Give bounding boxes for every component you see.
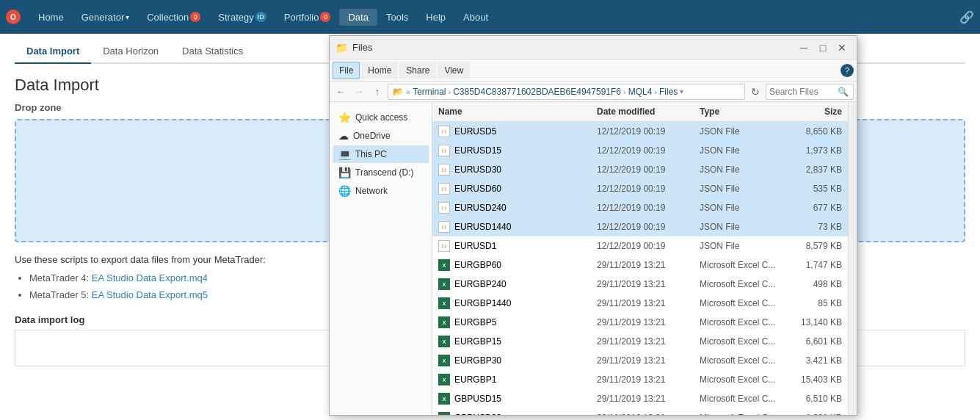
table-row[interactable]: X GBPUSD30 29/11/2019 13:21 Microsoft Ex…	[432, 408, 848, 415]
table-row[interactable]: { } EURUSD1440 12/12/2019 00:19 JSON Fil…	[432, 217, 848, 236]
help-circle[interactable]: ?	[841, 64, 854, 77]
minimize-button[interactable]: ─	[795, 39, 813, 57]
search-box: 🔍	[766, 84, 854, 100]
script-mt4-link[interactable]: EA Studio Data Export.mq4	[92, 272, 208, 283]
table-row[interactable]: X EURGBP30 29/11/2019 13:21 Microsoft Ex…	[432, 351, 848, 370]
file-name-cell: X EURGBP60	[432, 257, 591, 273]
file-size-cell: 1,201 KB	[789, 410, 848, 415]
breadcrumb-mql4[interactable]: MQL4	[628, 87, 653, 97]
file-type-cell: Microsoft Excel C...	[694, 410, 789, 415]
breadcrumb-arrow[interactable]: ▾	[680, 87, 683, 95]
json-icon: { }	[438, 202, 450, 214]
tab-data-statistics[interactable]: Data Statistics	[170, 40, 255, 64]
nav-collection[interactable]: Collection 0	[138, 9, 209, 26]
nav-data[interactable]: Data	[339, 9, 377, 26]
table-row[interactable]: X EURGBP5 29/11/2019 13:21 Microsoft Exc…	[432, 313, 848, 332]
tab-data-import[interactable]: Data Import	[15, 40, 91, 64]
toolbar-home-btn[interactable]: Home	[361, 62, 398, 79]
script-mt5-link[interactable]: EA Studio Data Export.mq5	[92, 289, 208, 300]
toolbar-file-btn[interactable]: File	[333, 62, 360, 79]
xlsx-icon: X	[438, 393, 450, 405]
col-header-date[interactable]: Date modified	[591, 104, 694, 120]
file-name: EURUSD15	[454, 145, 501, 156]
table-row[interactable]: { } EURUSD15 12/12/2019 00:19 JSON File …	[432, 141, 848, 160]
maximize-button[interactable]: □	[814, 39, 832, 57]
file-type-cell: Microsoft Excel C...	[694, 353, 789, 368]
title-bar-buttons: ─ □ ✕	[795, 39, 851, 57]
toolbar-share-btn[interactable]: Share	[399, 62, 436, 79]
scrollbar-track[interactable]	[848, 102, 857, 415]
nav-network[interactable]: 🌐 Network	[333, 182, 429, 200]
tab-data-horizon[interactable]: Data Horizon	[91, 40, 170, 64]
drive-icon: 💾	[338, 167, 351, 178]
file-type-cell: JSON File	[694, 200, 789, 215]
table-row[interactable]: X EURGBP240 29/11/2019 13:21 Microsoft E…	[432, 275, 848, 294]
file-name: EURUSD30	[454, 164, 501, 175]
table-row[interactable]: { } EURUSD1 12/12/2019 00:19 JSON File 8…	[432, 236, 848, 256]
back-button[interactable]: ←	[333, 84, 349, 100]
close-button[interactable]: ✕	[833, 39, 851, 57]
nav-quick-access[interactable]: ⭐ Quick access	[333, 109, 429, 126]
table-row[interactable]: X EURGBP1 29/11/2019 13:21 Microsoft Exc…	[432, 370, 848, 389]
file-date-cell: 29/11/2019 13:21	[591, 315, 694, 330]
file-type-cell: Microsoft Excel C...	[694, 296, 789, 311]
refresh-button[interactable]: ↻	[747, 84, 763, 100]
nav-share-icon[interactable]: 🔗	[959, 10, 974, 24]
nav-this-pc[interactable]: 💻 This PC	[333, 145, 429, 163]
file-size-cell: 1,747 KB	[789, 258, 848, 272]
xlsx-icon: X	[438, 316, 450, 328]
table-row[interactable]: { } EURUSD5 12/12/2019 00:19 JSON File 8…	[432, 122, 848, 141]
file-date-cell: 29/11/2019 13:21	[591, 372, 694, 387]
breadcrumb-hash[interactable]: C385D4C838771602BDAEB6E4947591F6	[453, 87, 621, 97]
table-row[interactable]: { } EURUSD30 12/12/2019 00:19 JSON File …	[432, 160, 848, 179]
nav-strategy[interactable]: Strategy ID	[209, 9, 275, 26]
help-icon[interactable]: ?	[841, 64, 854, 77]
table-row[interactable]: { } EURUSD240 12/12/2019 00:19 JSON File…	[432, 198, 848, 217]
explorer-folder-icon: 📁	[335, 42, 348, 54]
nav-portfolio[interactable]: Portfolio 0	[275, 9, 340, 26]
table-row[interactable]: X GBPUSD15 29/11/2019 13:21 Microsoft Ex…	[432, 389, 848, 408]
nav-about[interactable]: About	[454, 9, 497, 26]
json-icon: { }	[438, 164, 450, 175]
explorer-title-text: Files	[352, 42, 795, 53]
nav-transcend[interactable]: 💾 Transcend (D:)	[333, 164, 429, 181]
nav-onedrive[interactable]: ☁ OneDrive	[333, 127, 429, 145]
col-header-type[interactable]: Type	[694, 104, 789, 120]
col-header-size[interactable]: Size	[789, 104, 848, 120]
forward-button[interactable]: →	[351, 84, 367, 100]
file-size-cell: 3,421 KB	[789, 353, 848, 368]
file-name: EURGBP1440	[454, 298, 511, 308]
file-list-header: Name Date modified Type Size	[432, 102, 848, 122]
address-bar: ← → ↑ 📂 « Terminal › C385D4C838771602BDA…	[330, 82, 857, 102]
up-button[interactable]: ↑	[369, 84, 385, 100]
nav-tools[interactable]: Tools	[377, 9, 417, 26]
file-size-cell: 2,837 KB	[789, 162, 848, 177]
table-row[interactable]: { } EURUSD60 12/12/2019 00:19 JSON File …	[432, 179, 848, 198]
file-name-cell: { } EURUSD5	[432, 123, 591, 140]
xlsx-icon: X	[438, 259, 450, 271]
table-row[interactable]: X EURGBP1440 29/11/2019 13:21 Microsoft …	[432, 294, 848, 313]
file-name: EURUSD240	[454, 203, 507, 213]
col-header-name[interactable]: Name	[432, 104, 591, 120]
app-logo: O	[6, 10, 21, 24]
file-name-cell: X EURGBP240	[432, 276, 591, 292]
nav-home[interactable]: Home	[29, 9, 73, 26]
file-size-cell: 498 KB	[789, 277, 848, 292]
file-type-cell: JSON File	[694, 124, 789, 139]
search-input[interactable]	[769, 87, 835, 97]
nav-generator[interactable]: Generator ▾	[73, 9, 139, 26]
cloud-icon: ☁	[338, 130, 349, 142]
toolbar-view-btn[interactable]: View	[438, 62, 470, 79]
breadcrumb-terminal[interactable]: Terminal	[413, 87, 446, 97]
table-row[interactable]: X EURGBP15 29/11/2019 13:21 Microsoft Ex…	[432, 332, 848, 351]
file-type-cell: JSON File	[694, 162, 789, 177]
table-row[interactable]: X EURGBP60 29/11/2019 13:21 Microsoft Ex…	[432, 256, 848, 275]
file-date-cell: 29/11/2019 13:21	[591, 410, 694, 415]
file-date-cell: 29/11/2019 13:21	[591, 334, 694, 349]
breadcrumb-files[interactable]: Files	[659, 87, 678, 97]
file-name-cell: X EURGBP1440	[432, 295, 591, 311]
file-name: EURGBP1	[454, 374, 496, 385]
file-size-cell: 73 KB	[789, 220, 848, 234]
nav-help[interactable]: Help	[417, 9, 454, 26]
file-name-cell: { } EURUSD60	[432, 181, 591, 197]
